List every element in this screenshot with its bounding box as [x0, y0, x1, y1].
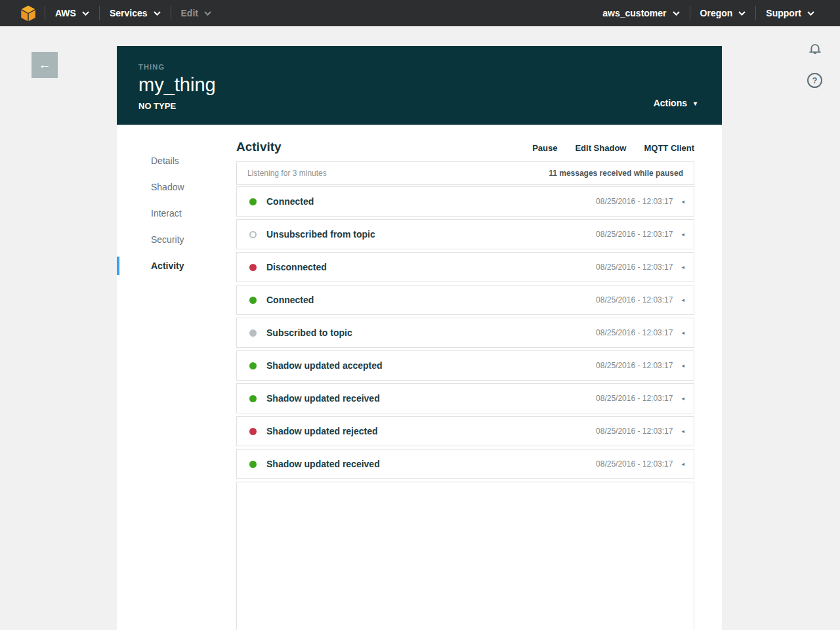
aws-cube-logo-icon[interactable] — [20, 5, 45, 22]
activity-event-row[interactable]: Shadow updated accepted 08/25/2016 - 12:… — [236, 350, 694, 381]
nav-menu-aws-label: AWS — [55, 8, 76, 18]
collapse-caret-icon[interactable]: ◂ — [681, 329, 684, 336]
activity-panel: Activity Pause Edit Shadow MQTT Client L… — [236, 125, 694, 630]
thing-sidebar: Details Shadow Interact Security Activit… — [117, 148, 236, 279]
notifications-bell-icon[interactable] — [807, 41, 824, 60]
sidebar-item-label: Activity — [151, 261, 184, 271]
collapse-caret-icon[interactable]: ◂ — [681, 198, 684, 205]
collapse-caret-icon[interactable]: ◂ — [681, 395, 684, 402]
actions-label: Actions — [654, 98, 687, 108]
event-status-dot — [249, 264, 257, 271]
event-timestamp: 08/25/2016 - 12:03:17 — [596, 394, 673, 403]
top-nav-bar: AWS Services Edit aws_customer Oregon Su… — [0, 0, 840, 26]
nav-menu-aws[interactable]: AWS — [45, 0, 99, 26]
collapse-caret-icon[interactable]: ◂ — [681, 461, 684, 467]
event-label: Shadow updated accepted — [266, 360, 383, 371]
pause-button[interactable]: Pause — [532, 143, 557, 153]
nav-menu-account-label: aws_customer — [602, 8, 666, 18]
back-button[interactable]: ← — [32, 52, 58, 78]
event-status-dot — [249, 297, 257, 304]
event-status-dot — [249, 231, 257, 238]
event-label: Shadow updated received — [266, 393, 380, 404]
mqtt-client-button[interactable]: MQTT Client — [644, 143, 694, 153]
event-label: Shadow updated rejected — [266, 426, 378, 436]
page-title: my_thing — [138, 74, 722, 96]
chevron-down-icon — [82, 11, 89, 16]
thing-type-label: NO TYPE — [138, 101, 722, 111]
sidebar-item-interact[interactable]: Interact — [117, 200, 236, 226]
activity-event-row[interactable]: Connected 08/25/2016 - 12:03:17 ◂ — [236, 186, 694, 217]
activity-event-row[interactable]: Connected 08/25/2016 - 12:03:17 ◂ — [236, 285, 694, 315]
sidebar-item-shadow[interactable]: Shadow — [117, 174, 236, 200]
nav-menu-services-label: Services — [110, 8, 148, 18]
event-timestamp: 08/25/2016 - 12:03:17 — [596, 427, 673, 436]
event-label: Disconnected — [266, 262, 327, 272]
event-label: Shadow updated received — [266, 459, 380, 469]
nav-menu-support[interactable]: Support — [756, 0, 824, 26]
event-timestamp: 08/25/2016 - 12:03:17 — [596, 361, 673, 370]
sidebar-item-details[interactable]: Details — [117, 148, 236, 174]
thing-eyebrow: THING — [138, 63, 722, 71]
event-timestamp: 08/25/2016 - 12:03:17 — [596, 230, 673, 239]
activity-event-row[interactable]: Shadow updated received 08/25/2016 - 12:… — [236, 383, 694, 413]
sidebar-item-label: Shadow — [151, 182, 184, 192]
nav-menu-region-label: Oregon — [700, 8, 733, 18]
event-label: Subscribed to topic — [266, 327, 352, 338]
chevron-down-icon — [673, 11, 680, 16]
sidebar-item-activity[interactable]: Activity — [117, 253, 236, 279]
event-list: Connected 08/25/2016 - 12:03:17 ◂ Unsubs… — [236, 186, 694, 479]
activity-event-row[interactable]: Unsubscribed from topic 08/25/2016 - 12:… — [236, 219, 694, 249]
chevron-down-icon — [738, 11, 746, 16]
event-status-dot — [249, 329, 257, 337]
listening-status-bar: Listening for 3 minutes 11 messages rece… — [236, 161, 694, 185]
actions-dropdown-button[interactable]: Actions ▾ — [654, 98, 697, 108]
sidebar-item-label: Interact — [151, 208, 182, 219]
content-area: THING my_thing NO TYPE Actions ▾ Details… — [117, 46, 722, 630]
thing-panel-body: Details Shadow Interact Security Activit… — [117, 125, 722, 630]
event-status-dot — [249, 362, 257, 369]
collapse-caret-icon[interactable]: ◂ — [681, 362, 684, 369]
question-mark-glyph: ? — [812, 75, 818, 85]
event-status-dot — [249, 461, 257, 468]
nav-menu-edit-label: Edit — [181, 8, 198, 18]
nav-menu-edit: Edit — [171, 0, 221, 26]
top-nav-right: aws_customer Oregon Support — [593, 0, 840, 26]
back-arrow-icon: ← — [39, 58, 51, 72]
event-timestamp: 08/25/2016 - 12:03:17 — [596, 459, 673, 469]
event-label: Unsubscribed from topic — [266, 229, 375, 240]
collapse-caret-icon[interactable]: ◂ — [681, 231, 684, 238]
help-question-icon[interactable]: ? — [807, 73, 822, 88]
thing-header: THING my_thing NO TYPE Actions ▾ — [117, 46, 722, 125]
sidebar-item-label: Details — [151, 156, 179, 166]
sidebar-item-security[interactable]: Security — [117, 226, 236, 253]
event-status-dot — [249, 198, 257, 205]
chevron-down-icon — [807, 11, 814, 16]
listening-status-text: Listening for 3 minutes — [247, 169, 327, 178]
messages-paused-count: 11 messages received while paused — [549, 169, 683, 178]
nav-menu-account[interactable]: aws_customer — [593, 0, 689, 26]
event-list-empty-area — [236, 482, 694, 630]
activity-event-row[interactable]: Subscribed to topic 08/25/2016 - 12:03:1… — [236, 318, 694, 348]
activity-title: Activity — [236, 140, 282, 154]
collapse-caret-icon[interactable]: ◂ — [681, 297, 684, 303]
activity-header: Activity Pause Edit Shadow MQTT Client — [236, 140, 694, 154]
sidebar-item-label: Security — [151, 234, 184, 245]
top-nav-left: AWS Services Edit — [0, 0, 221, 26]
nav-menu-services[interactable]: Services — [100, 0, 171, 26]
nav-menu-region[interactable]: Oregon — [690, 0, 756, 26]
collapse-caret-icon[interactable]: ◂ — [681, 264, 684, 270]
activity-event-row[interactable]: Shadow updated received 08/25/2016 - 12:… — [236, 449, 694, 479]
activity-toolbar: Pause Edit Shadow MQTT Client — [532, 143, 694, 153]
event-timestamp: 08/25/2016 - 12:03:17 — [596, 328, 673, 337]
nav-menu-support-label: Support — [766, 8, 801, 18]
activity-event-row[interactable]: Shadow updated rejected 08/25/2016 - 12:… — [236, 416, 694, 446]
chevron-down-icon — [204, 11, 211, 16]
activity-event-row[interactable]: Disconnected 08/25/2016 - 12:03:17 ◂ — [236, 252, 694, 282]
event-status-dot — [249, 395, 257, 402]
event-label: Connected — [266, 295, 314, 305]
edit-shadow-button[interactable]: Edit Shadow — [575, 143, 626, 153]
event-timestamp: 08/25/2016 - 12:03:17 — [596, 295, 673, 304]
event-status-dot — [249, 428, 257, 435]
collapse-caret-icon[interactable]: ◂ — [681, 428, 684, 434]
chevron-down-icon — [154, 11, 161, 16]
